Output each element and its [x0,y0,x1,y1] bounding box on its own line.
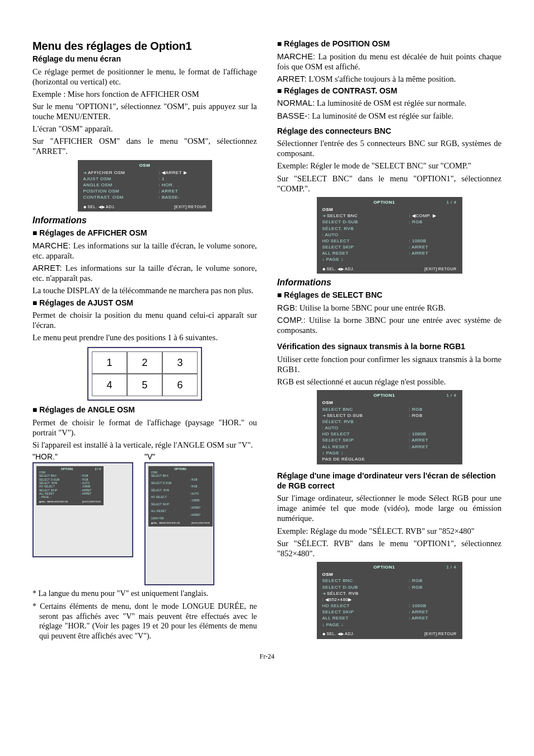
marche-label: MARCHE: [32,241,71,250]
hor-block: "HOR." OPTION1 1 / 4OSMSELECT BNC: RGBSE… [32,452,133,557]
osm-panel-2: 1 / 4OPTION1OSMSELECT BNC: ◀COMP. ▶SELEC… [317,197,462,274]
verify-title: Vérification des signaux transmis à la b… [277,342,502,352]
bnc-title: Réglage des connecteurs BNC [277,126,502,137]
ajust-osm-header: Réglages de AJUST OSM [32,298,257,308]
position-grid: 123456 [87,347,202,401]
normal-desc: NORMAL: La luminosité de OSM est réglée … [277,98,502,108]
rvb-example: Exemple: Réglage du mode "SÉLECT. RVB" s… [277,526,502,536]
pos-marche: MARCHE: La position du menu est décalée … [277,51,502,72]
subtitle: Réglage du menu écran [32,54,257,64]
select-bnc-header: Réglages de SELECT BNC [277,290,502,300]
bnc-p2: Sur "SELECT BNC" dans le menu "OPTION1",… [277,173,502,194]
position-osm-header: Réglages de POSITION OSM [277,39,502,49]
grid-cell: 3 [162,351,198,374]
grid-cell: 2 [127,351,162,374]
arret-desc: ARRET: Les informations sur la taille d'… [32,263,257,283]
main-title: Menu des réglages de Option1 [32,39,257,53]
display-note: La touche DISPLAY de la télécommande ne … [32,285,257,295]
angle-osm-header: Réglages de ANGLE OSM [32,405,257,415]
right-column: Réglages de POSITION OSM MARCHE: La posi… [277,39,502,642]
contrast-osm-header: Réglages de CONTRAST. OSM [277,86,502,96]
informations-title-2: Informations [277,277,502,288]
step2: L'écran "OSM" apparaît. [32,124,257,134]
intro: Ce réglage permet de positionner le menu… [32,67,257,87]
ajust-p1: Permet de choisir la position du menu qu… [32,310,257,330]
grid-cell: 5 [127,374,162,396]
example-label: Exemple : Mise hors fonction de AFFICHER… [32,89,257,99]
marche-desc: MARCHE: Les informations sur la taille d… [32,241,257,261]
angle-p2: Si l'appareil est installé à la vertical… [32,440,257,450]
rvb-p1: Sur l'image ordinateur, sélectionner le … [277,493,502,523]
footnote-1: * La langue du menu pour "V" est uniquem… [32,589,257,599]
grid-cell: 4 [92,374,127,396]
bnc-example: Exemple: Régler le mode de "SELECT BNC" … [277,161,502,171]
footnote-2: * Certains éléments de menu, dont le mod… [32,602,257,641]
osm-panel-3: 1 / 4OPTION1OSMSELECT BNC: RGBSELECT D-S… [317,390,462,464]
informations-title: Informations [32,215,257,226]
afficher-osm-header: Réglages de AFFICHER OSM [32,228,257,238]
basse-desc: BASSE-: La luminosité de OSM est réglée … [277,111,502,121]
left-column: Menu des réglages de Option1 Réglage du … [32,39,257,642]
verify-p2: RGB est sélectionné et aucun réglage n'e… [277,377,502,387]
angle-p1: Permet de choisir le format de l'afficha… [32,417,257,438]
bnc-p1: Sélectionner l'entrée des 5 connecteurs … [277,138,502,158]
rvb-p2: Sur "SÉLECT. RVB" dans le menu "OPTION1"… [277,538,502,558]
step1: Sur le menu "OPTION1", sélectionnez "OSM… [32,101,257,121]
rvb-title: Réglage d'une image d'ordinateur vers l'… [277,471,502,491]
osm-panel-1: OSMAFFICHER OSM: ◀ARRET ▶AJUST OSM: 1ANG… [78,160,212,212]
step3: Sur "AFFICHER OSM" dans le menu "OSM", s… [32,136,257,156]
comp-desc: COMP.: Utilise la borne 3BNC pour une en… [277,315,502,335]
v-label: "V" [144,452,214,462]
ajust-p2: Le menu peut prendre l'une des positions… [32,332,257,342]
grid-cell: 1 [92,351,127,374]
verify-p1: Utiliser cette fonction pour confirmer l… [277,354,502,374]
hor-label: "HOR." [32,452,133,462]
pos-arret: ARRET: L'OSM s'affiche toujours à la mêm… [277,74,502,84]
arret-label: ARRET: [32,264,62,273]
osm-panel-4: 1 / 4OPTION1OSMSELECT BNC: RGBSELECT D-S… [317,562,462,639]
v-block: "V" OPTION1OSMSELECT BNC: RGBSELECT D-SU… [144,452,214,585]
grid-cell: 6 [162,374,198,396]
rgb-desc: RGB: Utilise la borne 5BNC pour une entr… [277,303,502,313]
page-number: Fr-24 [32,652,502,661]
